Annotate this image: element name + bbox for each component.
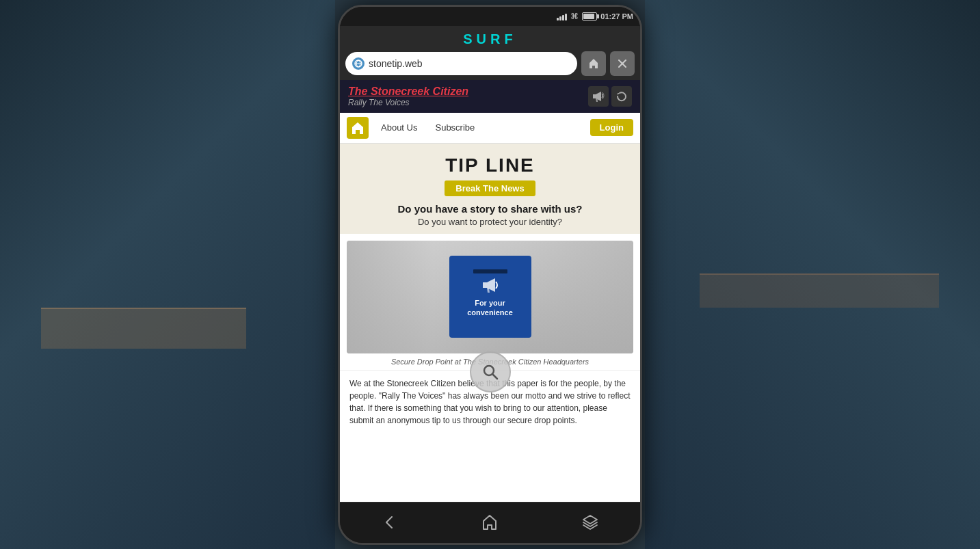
site-tagline: Rally The Voices bbox=[348, 98, 468, 107]
signal-bar-1 bbox=[557, 18, 559, 21]
refresh-icon-button[interactable] bbox=[611, 86, 632, 107]
nav-about-link[interactable]: About Us bbox=[375, 120, 423, 135]
tipline-question2: Do you want to protect your identity? bbox=[347, 217, 633, 227]
battery-icon bbox=[582, 12, 597, 21]
desk-right bbox=[700, 273, 939, 308]
dropbox-image: For yourconvenience bbox=[347, 241, 633, 353]
tipline-question1: Do you have a story to share with us? bbox=[347, 203, 633, 215]
signal-bar-3 bbox=[562, 15, 564, 21]
phone-nav-bar bbox=[340, 502, 640, 543]
nav-subscribe-link[interactable]: Subscribe bbox=[429, 120, 480, 135]
browser-title: SURF bbox=[345, 31, 635, 47]
battery-fill bbox=[583, 14, 594, 19]
site-title-area: The Stonecreek Citizen Rally The Voices bbox=[348, 85, 468, 107]
site-header-icons bbox=[588, 86, 632, 107]
dropbox-slot bbox=[473, 269, 507, 273]
search-overlay[interactable] bbox=[470, 351, 511, 392]
browser-home-button[interactable] bbox=[581, 51, 606, 76]
page-body: TIP LINE Break The News Do you have a st… bbox=[340, 144, 640, 502]
site-title: The Stonecreek Citizen bbox=[348, 85, 468, 98]
signal-bars-icon bbox=[557, 12, 567, 21]
phone-outer: ⌘ 01:27 PM SURF bbox=[333, 0, 648, 549]
browser-close-button[interactable] bbox=[610, 51, 635, 76]
megaphone-dropbox-icon bbox=[480, 276, 501, 294]
nav-home-button[interactable] bbox=[347, 117, 369, 139]
time-display: 01:27 PM bbox=[600, 12, 633, 21]
tipline-section: TIP LINE Break The News Do you have a st… bbox=[340, 144, 640, 234]
wifi-icon: ⌘ bbox=[570, 12, 579, 21]
address-text: stonetip.web bbox=[369, 58, 423, 69]
website-content: The Stonecreek Citizen Rally The Voices bbox=[340, 80, 640, 502]
desk-left bbox=[41, 308, 246, 349]
browser-bar: SURF stonetip.web bbox=[340, 26, 640, 80]
break-news-badge: Break The News bbox=[445, 180, 535, 196]
site-nav: About Us Subscribe Login bbox=[340, 113, 640, 144]
megaphone-icon-button[interactable] bbox=[588, 86, 609, 107]
site-header: The Stonecreek Citizen Rally The Voices bbox=[340, 80, 640, 113]
phone-body: ⌘ 01:27 PM SURF bbox=[338, 5, 642, 545]
tipline-title: TIP LINE bbox=[347, 155, 633, 176]
nav-login-button[interactable]: Login bbox=[590, 119, 633, 136]
signal-bar-4 bbox=[565, 14, 567, 21]
address-favicon bbox=[352, 57, 365, 70]
signal-bar-2 bbox=[559, 16, 561, 21]
phone-layers-button[interactable] bbox=[577, 509, 604, 536]
browser-controls: stonetip.web bbox=[345, 51, 635, 76]
address-bar[interactable]: stonetip.web bbox=[345, 52, 577, 75]
dropbox-box: For yourconvenience bbox=[449, 256, 531, 338]
phone-back-button[interactable] bbox=[376, 509, 403, 536]
dropbox-label: For yourconvenience bbox=[467, 298, 513, 318]
svg-line-5 bbox=[492, 374, 497, 379]
phone-home-button[interactable] bbox=[476, 509, 503, 536]
status-bar: ⌘ 01:27 PM bbox=[340, 7, 640, 26]
status-bar-right: ⌘ 01:27 PM bbox=[557, 12, 633, 21]
background-left bbox=[0, 0, 335, 549]
